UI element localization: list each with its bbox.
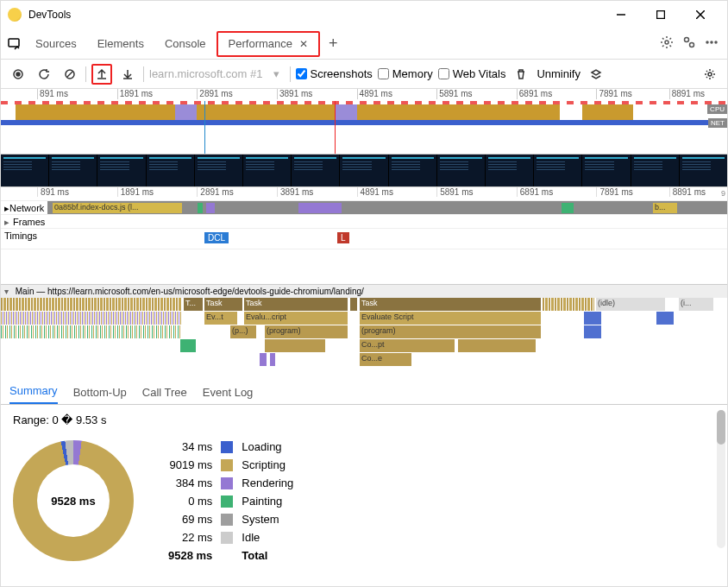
flame-bar[interactable] — [543, 298, 594, 311]
network-track-header[interactable]: ▸ Network — [1, 201, 47, 215]
filmstrip-frame[interactable] — [292, 155, 339, 186]
clear-button[interactable] — [60, 64, 80, 85]
network-request-bar[interactable]: b... — [653, 203, 677, 213]
network-request-bar[interactable] — [562, 203, 574, 213]
filmstrip-frame[interactable] — [97, 155, 145, 186]
frames-track[interactable]: ▸ Frames — [1, 215, 727, 229]
filmstrip-frame[interactable] — [340, 155, 387, 186]
tab-event-log[interactable]: Event Log — [203, 381, 254, 404]
flame-bar[interactable] — [265, 339, 325, 352]
performance-toolbar: learn.microsoft.com #1 ▾ Screenshots Mem… — [1, 60, 727, 89]
filmstrip-frame[interactable] — [1, 155, 48, 186]
add-tab-button[interactable]: + — [320, 35, 347, 53]
flame-chart[interactable]: T... Task Task Task (idle) (i... Ev...t … — [1, 298, 727, 376]
profile-dropdown-icon[interactable]: ▾ — [273, 67, 279, 80]
overview-selection-start[interactable] — [204, 101, 205, 154]
flame-bar[interactable]: Ev...t — [204, 312, 237, 325]
reload-record-button[interactable] — [34, 64, 54, 85]
network-request-bar[interactable] — [206, 203, 215, 213]
load-profile-button[interactable] — [91, 64, 112, 85]
network-request-bar[interactable] — [198, 203, 203, 213]
filmstrip-frame[interactable] — [389, 155, 436, 186]
inspect-element-icon[interactable] — [4, 37, 25, 51]
filmstrip[interactable] — [1, 155, 727, 187]
legend-ms: 22 ms — [168, 531, 212, 544]
flame-bar[interactable]: Evaluate Script — [360, 312, 541, 325]
dcl-marker[interactable]: DCL — [204, 232, 229, 243]
scrollbar[interactable] — [717, 410, 725, 548]
memory-checkbox-input[interactable] — [378, 68, 389, 79]
flame-bar[interactable]: (program) — [265, 325, 348, 338]
flame-bar[interactable]: Task — [244, 298, 348, 311]
web-vitals-checkbox-input[interactable] — [438, 68, 449, 79]
flame-bar[interactable] — [656, 312, 674, 325]
tab-summary[interactable]: Summary — [9, 379, 58, 404]
filmstrip-frame[interactable] — [680, 155, 727, 186]
filmstrip-frame[interactable] — [486, 155, 533, 186]
flame-bar[interactable] — [350, 298, 357, 311]
main-track-header[interactable]: ▾ Main — https://learn.microsoft.com/en-… — [1, 284, 727, 298]
delete-button[interactable] — [511, 64, 531, 85]
load-marker[interactable]: L — [337, 232, 349, 243]
flame-bar[interactable] — [1, 325, 182, 338]
filmstrip-frame[interactable] — [534, 155, 581, 186]
flame-bar[interactable]: (i... — [679, 298, 713, 311]
filmstrip-frame[interactable] — [147, 155, 194, 186]
record-button[interactable] — [8, 64, 28, 85]
flame-bar[interactable] — [584, 312, 601, 325]
more-menu-icon[interactable] — [705, 35, 719, 53]
maximize-button[interactable] — [641, 1, 681, 28]
memory-checkbox[interactable]: Memory — [378, 67, 433, 80]
screenshots-checkbox[interactable]: Screenshots — [296, 67, 373, 80]
flame-bar[interactable]: Co...pt — [360, 339, 455, 352]
flame-bar[interactable] — [270, 353, 275, 366]
filmstrip-frame[interactable] — [582, 155, 630, 186]
flame-bar[interactable]: Task — [204, 298, 242, 311]
capture-settings-icon[interactable] — [700, 64, 720, 85]
timings-track-header[interactable]: Timings — [1, 229, 41, 243]
filmstrip-frame[interactable] — [243, 155, 291, 186]
flame-bar[interactable]: (p...) — [230, 325, 256, 338]
customize-icon[interactable] — [682, 35, 696, 53]
flame-bar[interactable] — [584, 325, 601, 338]
overview-selection-end[interactable] — [335, 101, 336, 154]
flame-bar[interactable]: T... — [184, 298, 203, 311]
network-request-bar[interactable] — [298, 203, 342, 213]
network-request-bar[interactable]: 0a85bf.index-docs.js (l... — [53, 203, 182, 213]
flame-bar[interactable]: (idle) — [596, 298, 665, 311]
save-profile-button[interactable] — [117, 64, 138, 85]
tab-performance[interactable]: Performance ✕ — [217, 31, 320, 57]
flame-bar[interactable] — [260, 353, 267, 366]
layers-icon[interactable] — [586, 64, 606, 85]
unminify-button[interactable]: Unminify — [537, 67, 581, 80]
close-tab-icon[interactable]: ✕ — [299, 38, 308, 50]
flame-bar[interactable] — [180, 339, 196, 352]
close-window-button[interactable] — [681, 1, 720, 28]
tab-bottom-up[interactable]: Bottom-Up — [73, 381, 127, 404]
flame-bar[interactable]: Co...e — [360, 353, 411, 366]
tab-console[interactable]: Console — [154, 28, 217, 60]
network-track[interactable]: ▸ Network 0a85bf.index-docs.js (l... b..… — [1, 201, 727, 215]
tab-elements[interactable]: Elements — [87, 28, 154, 60]
minimize-button[interactable] — [601, 1, 641, 28]
settings-gear-icon[interactable] — [660, 35, 674, 53]
screenshots-checkbox-input[interactable] — [296, 68, 307, 79]
tab-call-tree[interactable]: Call Tree — [142, 381, 187, 404]
net-overview-band — [1, 120, 727, 125]
web-vitals-checkbox[interactable]: Web Vitals — [438, 67, 506, 80]
filmstrip-frame[interactable] — [437, 155, 485, 186]
legend-swatch — [221, 477, 233, 489]
flame-bar[interactable] — [1, 312, 182, 325]
frames-track-header[interactable]: ▸ Frames — [1, 215, 727, 229]
filmstrip-frame[interactable] — [631, 155, 679, 186]
flame-bar[interactable] — [458, 339, 536, 352]
filmstrip-frame[interactable] — [195, 155, 242, 186]
flame-bar[interactable]: Task — [360, 298, 541, 311]
flame-bar[interactable]: (program) — [360, 325, 541, 338]
flame-bar[interactable] — [1, 298, 182, 311]
overview-timeline[interactable]: 891 ms 1891 ms 2891 ms 3891 ms 4891 ms 5… — [1, 89, 727, 155]
tab-sources[interactable]: Sources — [25, 28, 87, 60]
timings-track[interactable]: Timings DCL L — [1, 229, 727, 249]
flame-bar[interactable]: Evalu...cript — [244, 312, 348, 325]
filmstrip-frame[interactable] — [49, 155, 97, 186]
